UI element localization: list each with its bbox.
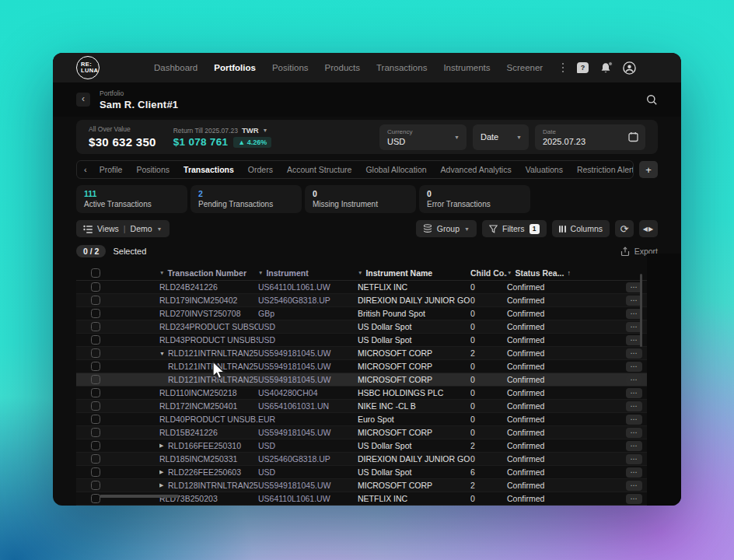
row-checkbox[interactable] <box>91 467 100 477</box>
table-row[interactable]: RLD24B241226US64110L1061.UWNETFLIX INC0C… <box>76 281 647 294</box>
table-row[interactable]: RLD179INCM250402US25460G8318.UPDIREXION … <box>76 294 647 307</box>
row-checkbox[interactable] <box>91 454 100 464</box>
tab-profile[interactable]: Profile <box>100 165 123 174</box>
column-header[interactable]: ▼Status Rea...↑ <box>507 268 592 278</box>
row-checkbox[interactable] <box>91 415 100 424</box>
date-field[interactable]: Date 2025.07.23 <box>535 124 645 150</box>
table-row[interactable]: RLD121INTRNLTRAN250...US5949181045.UWMIC… <box>76 373 647 387</box>
row-checkbox[interactable] <box>91 348 100 358</box>
table-row[interactable]: RLD43PRODUCT UNSUBS...USDUS Dollar Spot0… <box>76 334 647 347</box>
tab-account-structure[interactable]: Account Structure <box>287 165 351 174</box>
table-row[interactable]: ▼RLD121INTRNLTRAN25...US5949181045.UWMIC… <box>76 347 647 360</box>
column-header[interactable]: Child Co... <box>470 268 507 278</box>
filters-button[interactable]: Filters 1 <box>482 220 547 237</box>
row-menu-button[interactable]: ⋯ <box>626 348 642 359</box>
table-row[interactable]: RLD185INCM250331US25460G8318.UPDIREXION … <box>76 453 647 466</box>
group-button[interactable]: Group ▼ <box>416 220 477 237</box>
currency-dropdown[interactable]: Currency USD ▼ <box>379 124 467 150</box>
row-checkbox[interactable] <box>91 441 100 450</box>
row-menu-button[interactable]: ⋯ <box>626 401 642 411</box>
tabs-scroll-left-icon[interactable]: ‹ <box>84 165 87 174</box>
summary-card[interactable]: 2Pending Transactions <box>190 185 302 213</box>
chevron-down-icon[interactable]: ▼ <box>263 128 268 133</box>
horizontal-scrollbar[interactable] <box>100 495 179 498</box>
summary-card[interactable]: 0Error Transactions <box>419 185 530 213</box>
nav-item-instruments[interactable]: Instruments <box>443 63 490 72</box>
table-row[interactable]: RLD172INCM250401US6541061031.UNNIKE INC … <box>76 400 647 413</box>
table-row[interactable]: RLD234PRODUCT SUBSC...USDUS Dollar Spot0… <box>76 320 647 334</box>
pager-button[interactable]: ◀▶ <box>639 220 658 237</box>
table-row[interactable]: RLD121INTRNLTRAN250...US5949181045.UWMIC… <box>76 360 647 373</box>
table-row[interactable]: ▶RLD166FEE250310USDUS Dollar Spot2Confir… <box>76 439 647 453</box>
return-mode[interactable]: TWR <box>242 126 259 135</box>
column-filter-icon[interactable]: ▼ <box>159 270 164 275</box>
nav-item-dashboard[interactable]: Dashboard <box>154 63 197 72</box>
nav-item-positions[interactable]: Positions <box>272 63 309 72</box>
row-checkbox[interactable] <box>91 388 100 397</box>
nav-item-transactions[interactable]: Transactions <box>376 63 427 72</box>
nav-item-screener[interactable]: Screener <box>506 63 543 72</box>
row-checkbox[interactable] <box>91 362 100 371</box>
row-menu-button[interactable]: ⋯ <box>626 441 642 451</box>
row-checkbox[interactable] <box>91 481 100 490</box>
tree-expand-icon[interactable]: ▶ <box>159 443 165 449</box>
views-dropdown[interactable]: Views | Demo ▼ <box>76 220 170 237</box>
column-header[interactable]: ▼Instrument <box>258 268 358 278</box>
nav-item-portfolios[interactable]: Portfolios <box>214 63 256 72</box>
column-filter-icon[interactable]: ▼ <box>507 270 512 275</box>
back-button[interactable]: ‹ <box>76 93 90 107</box>
tree-collapse-icon[interactable]: ▼ <box>159 351 165 356</box>
tree-expand-icon[interactable]: ▶ <box>159 469 165 475</box>
row-checkbox[interactable] <box>91 296 100 305</box>
tab-advanced-analytics[interactable]: Advanced Analytics <box>441 165 512 174</box>
row-menu-button[interactable]: ⋯ <box>626 375 642 385</box>
refresh-button[interactable]: ⟳ <box>615 220 634 237</box>
table-row[interactable]: RLD270INVST250708GBpBritish Pound Spot0C… <box>76 307 647 320</box>
overflow-menu-icon[interactable] <box>561 61 566 75</box>
column-header[interactable]: ▼Transaction Number <box>159 268 258 278</box>
tab-valuations[interactable]: Valuations <box>526 165 563 174</box>
notifications-bell-icon[interactable] <box>600 62 611 74</box>
column-filter-icon[interactable]: ▼ <box>258 270 263 275</box>
column-header[interactable]: ▼Instrument Name <box>358 268 470 278</box>
row-menu-button[interactable]: ⋯ <box>626 415 642 425</box>
vertical-scrollbar[interactable] <box>640 274 642 347</box>
date-mode-dropdown[interactable]: Date ▼ <box>473 124 529 150</box>
column-filter-icon[interactable]: ▼ <box>358 270 362 275</box>
row-menu-button[interactable]: ⋯ <box>626 428 642 438</box>
row-menu-button[interactable]: ⋯ <box>626 362 642 372</box>
row-menu-button[interactable]: ⋯ <box>626 467 642 478</box>
help-icon[interactable]: ? <box>577 62 589 73</box>
table-row[interactable]: ▶RLD128INTRNLTRAN25...US5949181045.UWMIC… <box>76 479 647 492</box>
row-menu-button[interactable]: ⋯ <box>626 454 642 464</box>
select-all-checkbox[interactable] <box>91 268 100 278</box>
row-checkbox[interactable] <box>91 401 100 411</box>
summary-card[interactable]: 0Missing Instrument <box>305 185 416 213</box>
table-row[interactable]: RLD40PRODUCT UNSUB...EUREuro Spot0Confir… <box>76 413 647 426</box>
row-checkbox[interactable] <box>91 375 100 384</box>
row-checkbox[interactable] <box>91 309 100 318</box>
table-row[interactable]: ▶RLD226FEE250603USDUS Dollar Spot6Confir… <box>76 466 647 479</box>
row-menu-button[interactable]: ⋯ <box>626 388 642 398</box>
row-checkbox[interactable] <box>91 322 100 331</box>
table-row[interactable]: RLD110INCM250218US404280CH04HSBC HOLDING… <box>76 387 647 400</box>
nav-item-products[interactable]: Products <box>325 63 360 72</box>
columns-button[interactable]: Columns <box>552 220 610 237</box>
row-checkbox[interactable] <box>91 335 100 345</box>
tree-expand-icon[interactable]: ▶ <box>159 482 165 488</box>
tab-transactions[interactable]: Transactions <box>184 165 234 174</box>
row-checkbox[interactable] <box>91 428 100 437</box>
tab-orders[interactable]: Orders <box>248 165 273 174</box>
profile-avatar-icon[interactable] <box>623 61 636 75</box>
row-menu-button[interactable]: ⋯ <box>626 481 642 491</box>
tab-global-allocation[interactable]: Global Allocation <box>365 165 426 174</box>
row-menu-button[interactable]: ⋯ <box>626 494 642 504</box>
summary-card[interactable]: 111Active Transactions <box>76 185 187 213</box>
table-row[interactable]: RLD15B241226US5949181045.UWMICROSOFT COR… <box>76 426 647 439</box>
search-icon[interactable] <box>646 94 658 106</box>
add-tab-button[interactable]: + <box>639 161 658 178</box>
sort-ascending-icon[interactable]: ↑ <box>567 269 571 277</box>
row-checkbox[interactable] <box>91 282 100 292</box>
tab-positions[interactable]: Positions <box>136 165 170 174</box>
tab-restriction-alerts[interactable]: Restriction Alerts <box>577 165 634 174</box>
